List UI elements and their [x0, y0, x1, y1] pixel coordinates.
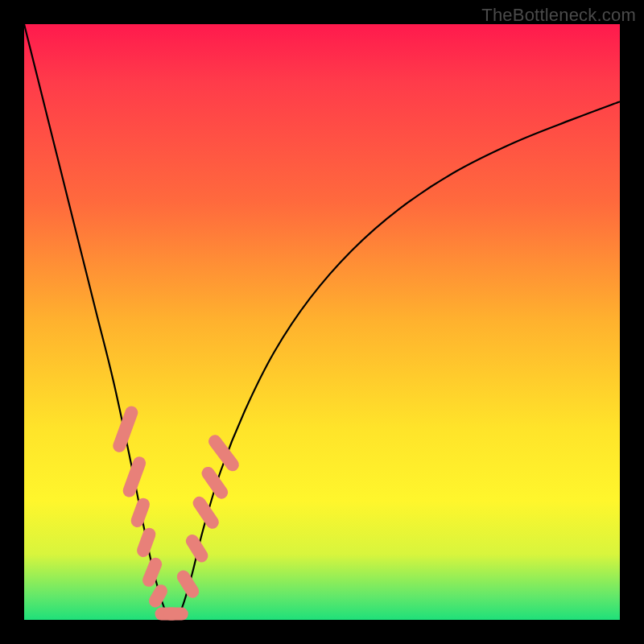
chart-frame: TheBottleneck.com: [0, 0, 644, 644]
curve-marker: [175, 568, 201, 600]
curve-marker: [135, 526, 158, 559]
marker-group: [111, 404, 242, 620]
plot-area: [24, 24, 620, 620]
curve-layer: [24, 24, 620, 620]
curve-marker: [206, 432, 242, 473]
curve-marker: [184, 532, 210, 564]
curve-marker: [199, 464, 230, 502]
curve-marker: [141, 555, 164, 588]
curve-marker: [121, 455, 147, 499]
curve-marker: [190, 494, 221, 531]
curve-marker: [164, 608, 188, 621]
bottleneck-curve-path: [24, 24, 620, 619]
watermark-text: TheBottleneck.com: [481, 5, 636, 26]
curve-marker: [129, 496, 151, 529]
curve-marker: [111, 404, 139, 454]
